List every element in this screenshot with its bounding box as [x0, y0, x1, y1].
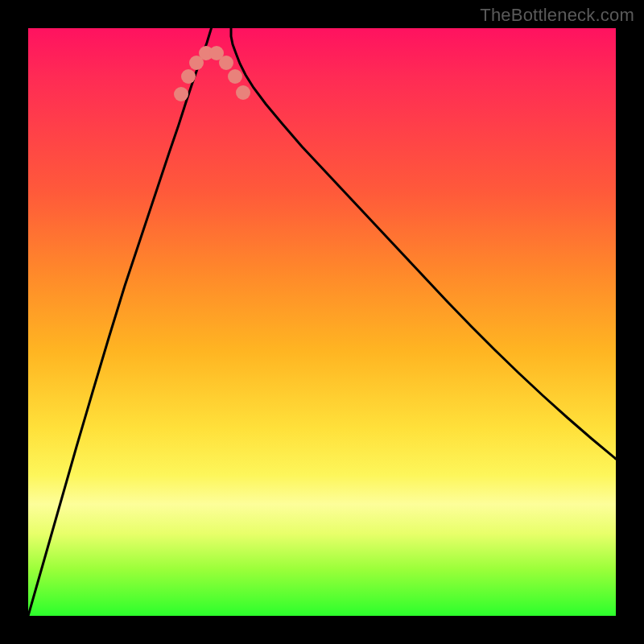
left-curve [28, 28, 212, 616]
valley-dot [236, 85, 250, 100]
plot-area [28, 28, 616, 616]
valley-dots [174, 46, 250, 101]
right-curve [231, 28, 616, 459]
curve-svg [28, 28, 616, 616]
valley-dot [174, 87, 188, 101]
watermark-text: TheBottleneck.com [480, 5, 634, 26]
valley-dot [228, 69, 242, 84]
outer-frame: TheBottleneck.com [0, 0, 644, 644]
valley-dot [181, 69, 196, 84]
valley-dot [219, 56, 233, 70]
